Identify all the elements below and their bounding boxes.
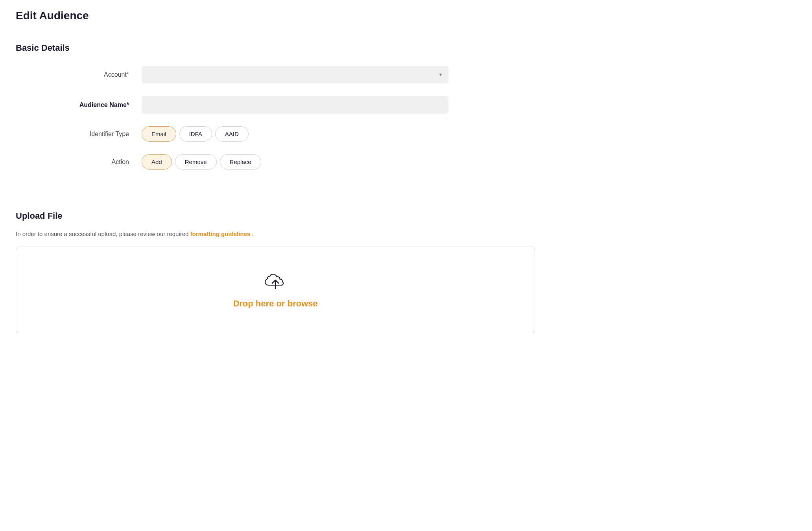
upload-file-section: Upload File In order to ensure a success… [16,198,535,349]
upload-notice-text: In order to ensure a successful upload, … [16,230,190,237]
action-add-button[interactable]: Add [142,154,172,170]
audience-name-row: Audience Name* [16,96,535,114]
audience-name-input[interactable] [142,96,448,114]
identifier-type-aaid-button[interactable]: AAID [215,126,249,142]
action-remove-button[interactable]: Remove [175,154,217,170]
cloud-upload-icon [264,271,287,292]
action-row: Action Add Remove Replace [16,154,535,170]
upload-notice-end: . [252,230,253,237]
action-btn-group: Add Remove Replace [142,154,535,170]
drop-zone-text: Drop here or browse [233,299,317,309]
identifier-type-btn-group: Email IDFA AAID [142,126,535,142]
account-row: Account* ▼ [16,66,535,83]
audience-name-field-wrapper [142,96,535,114]
basic-details-heading: Basic Details [16,43,535,53]
identifier-type-buttons: Email IDFA AAID [142,126,535,142]
page-title: Edit Audience [16,9,535,22]
identifier-type-label: Identifier Type [16,131,142,138]
upload-notice: In order to ensure a successful upload, … [16,230,535,237]
action-label: Action [16,159,142,166]
audience-name-label: Audience Name* [16,101,142,109]
account-label: Account* [16,71,142,78]
identifier-type-row: Identifier Type Email IDFA AAID [16,126,535,142]
identifier-type-email-button[interactable]: Email [142,126,176,142]
formatting-guidelines-link[interactable]: formatting guidelines [190,230,251,237]
account-select[interactable] [142,66,448,83]
upload-dropzone[interactable]: Drop here or browse [16,247,535,333]
action-buttons-wrapper: Add Remove Replace [142,154,535,170]
action-replace-button[interactable]: Replace [220,154,261,170]
upload-file-heading: Upload File [16,211,535,221]
account-field-wrapper: ▼ [142,66,535,83]
account-select-wrapper[interactable]: ▼ [142,66,448,83]
page-header: Edit Audience [16,0,535,30]
basic-details-section: Basic Details Account* ▼ Audience Name* [16,30,535,198]
browse-link[interactable]: browse [288,299,318,308]
identifier-type-idfa-button[interactable]: IDFA [179,126,212,142]
